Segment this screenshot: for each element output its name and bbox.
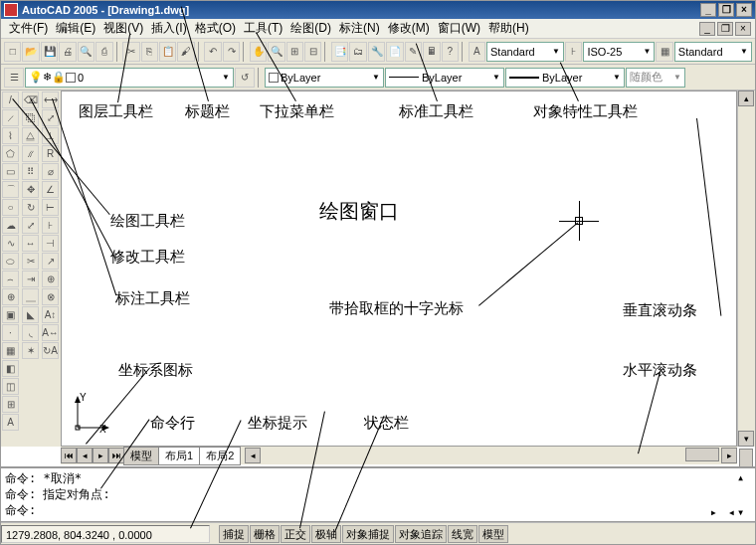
paste-button[interactable]: 📋 [159, 42, 176, 62]
horizontal-scrollbar[interactable]: ◂ ▸ [245, 448, 737, 463]
ssm-button[interactable]: 📄 [386, 42, 403, 62]
doc-restore-button[interactable]: ❐ [717, 22, 733, 36]
dimedit-tool[interactable]: A↕ [42, 306, 59, 323]
dimlin-tool[interactable]: ⟷ [42, 91, 59, 108]
textstyle-icon[interactable]: A [469, 42, 485, 62]
xline-tool[interactable]: ⟋ [2, 109, 19, 126]
status-model[interactable]: 模型 [478, 525, 508, 543]
array-tool[interactable]: ⠿ [22, 163, 39, 180]
tab-next-button[interactable]: ▸ [93, 448, 108, 463]
save-button[interactable]: 💾 [41, 42, 58, 62]
region-tool[interactable]: ◫ [2, 378, 19, 395]
extend-tool[interactable]: ⇥ [22, 271, 39, 287]
point-tool[interactable]: · [2, 324, 19, 341]
menu-dim[interactable]: 标注(N) [335, 18, 384, 39]
dimcen-tool[interactable]: ⊗ [42, 288, 59, 305]
leader-tool[interactable]: ↗ [42, 253, 59, 270]
close-button[interactable]: × [736, 3, 752, 17]
layer-prev-button[interactable]: ↺ [235, 68, 255, 88]
status-osnap[interactable]: 对象捕捉 [342, 525, 394, 543]
chamfer-tool[interactable]: ◣ [22, 306, 39, 323]
dimbase-tool[interactable]: ⊦ [42, 217, 59, 234]
pan-button[interactable]: ✋ [250, 42, 267, 62]
ellipse-tool[interactable]: ⬭ [2, 253, 19, 270]
tablestyle-dropdown[interactable]: Standard▼ [674, 42, 752, 62]
arc-tool[interactable]: ⌒ [2, 181, 19, 198]
menu-window[interactable]: 窗口(W) [434, 18, 484, 39]
zoom-win-button[interactable]: ⊞ [286, 42, 303, 62]
dimupdate-tool[interactable]: ↻A [42, 342, 59, 359]
tab-layout1[interactable]: 布局1 [158, 447, 200, 465]
line-tool[interactable]: / [2, 91, 19, 108]
drawing-area[interactable]: Y X [61, 91, 737, 447]
cmd-scroll-up[interactable]: ▴ [737, 470, 753, 484]
gradient-tool[interactable]: ◧ [2, 360, 19, 377]
status-otrack[interactable]: 对象追踪 [395, 525, 447, 543]
menu-help[interactable]: 帮助(H) [484, 18, 533, 39]
revcloud-tool[interactable]: ☁ [2, 217, 19, 234]
break-tool[interactable]: ⸏ [22, 288, 39, 305]
prop-button[interactable]: 📑 [331, 42, 348, 62]
stretch-tool[interactable]: ↔ [22, 235, 39, 252]
layer-mgr-button[interactable]: ☰ [4, 68, 24, 88]
cmd-scroll-right[interactable]: ▸ [710, 505, 717, 519]
open-button[interactable]: 📂 [22, 42, 39, 62]
pline-tool[interactable]: ⌇ [2, 127, 19, 144]
dimtedit-tool[interactable]: A↔ [42, 324, 59, 341]
redo-button[interactable]: ↷ [223, 42, 240, 62]
undo-button[interactable]: ↶ [204, 42, 221, 62]
move-tool[interactable]: ✥ [22, 181, 39, 198]
command-line[interactable]: 命令: *取消* 命令: 指定对角点: 命令: ▴ ▾ ◂ ▸ [1, 466, 755, 522]
dimdia-tool[interactable]: ⌀ [42, 163, 59, 180]
tp-button[interactable]: 🔧 [368, 42, 385, 62]
dimang-tool[interactable]: ∠ [42, 181, 59, 198]
insert-tool[interactable]: ⊕ [2, 288, 19, 305]
qdim-tool[interactable]: ⊢ [42, 199, 59, 216]
polygon-tool[interactable]: ⬠ [2, 145, 19, 162]
new-button[interactable]: □ [4, 42, 21, 62]
circle-tool[interactable]: ○ [2, 199, 19, 216]
tolerance-tool[interactable]: ⊕ [42, 271, 59, 287]
fillet-tool[interactable]: ◟ [22, 324, 39, 341]
status-ortho[interactable]: 正交 [281, 525, 310, 543]
tab-prev-button[interactable]: ◂ [77, 448, 93, 463]
menu-file[interactable]: 文件(F) [5, 18, 52, 39]
zoom-prev-button[interactable]: ⊟ [304, 42, 321, 62]
spline-tool[interactable]: ∿ [2, 235, 19, 252]
publish-button[interactable]: ⎙ [95, 42, 112, 62]
preview-button[interactable]: 🔍 [78, 42, 94, 62]
dc-button[interactable]: 🗂 [349, 42, 366, 62]
mirror-tool[interactable]: ⧋ [22, 127, 39, 144]
hatch-tool[interactable]: ▦ [2, 342, 19, 359]
menu-format[interactable]: 格式(O) [191, 18, 240, 39]
status-grid[interactable]: 栅格 [250, 525, 280, 543]
scale-tool[interactable]: ⤢ [22, 217, 39, 234]
tab-first-button[interactable]: ⏮ [61, 448, 77, 463]
dimstyle-dropdown[interactable]: ISO-25▼ [583, 42, 655, 62]
cmd-scroll-left[interactable]: ◂ [728, 505, 735, 519]
menu-modify[interactable]: 修改(M) [384, 18, 434, 39]
menu-draw[interactable]: 绘图(D) [286, 18, 335, 39]
table-tool[interactable]: ⊞ [2, 396, 19, 413]
status-lwt[interactable]: 线宽 [448, 525, 477, 543]
menu-tools[interactable]: 工具(T) [240, 18, 286, 39]
dimstyle-icon[interactable]: ⊦ [565, 42, 582, 62]
explode-tool[interactable]: ✶ [22, 342, 39, 359]
dimcont-tool[interactable]: ⊣ [42, 235, 59, 252]
scroll-down-button[interactable]: ▾ [738, 431, 754, 447]
coord-display[interactable]: 1279.2808, 804.3240 , 0.0000 [1, 525, 210, 543]
tablestyle-icon[interactable]: ▦ [656, 42, 672, 62]
menu-view[interactable]: 视图(V) [99, 18, 147, 39]
block-tool[interactable]: ▣ [2, 306, 19, 323]
scroll-up-button[interactable]: ▴ [738, 91, 754, 106]
rotate-tool[interactable]: ↻ [22, 199, 39, 216]
scroll-right-button[interactable]: ▸ [721, 448, 737, 463]
copy-button[interactable]: ⎘ [141, 42, 158, 62]
menu-edit[interactable]: 编辑(E) [52, 18, 99, 39]
status-snap[interactable]: 捕捉 [219, 525, 249, 543]
scroll-left-button[interactable]: ◂ [245, 448, 261, 463]
doc-close-button[interactable]: × [735, 22, 751, 36]
plotstyle-dropdown[interactable]: 随颜色▼ [626, 68, 685, 88]
mtext-tool[interactable]: A [2, 414, 19, 431]
linetype-dropdown[interactable]: ByLayer▼ [385, 68, 504, 88]
